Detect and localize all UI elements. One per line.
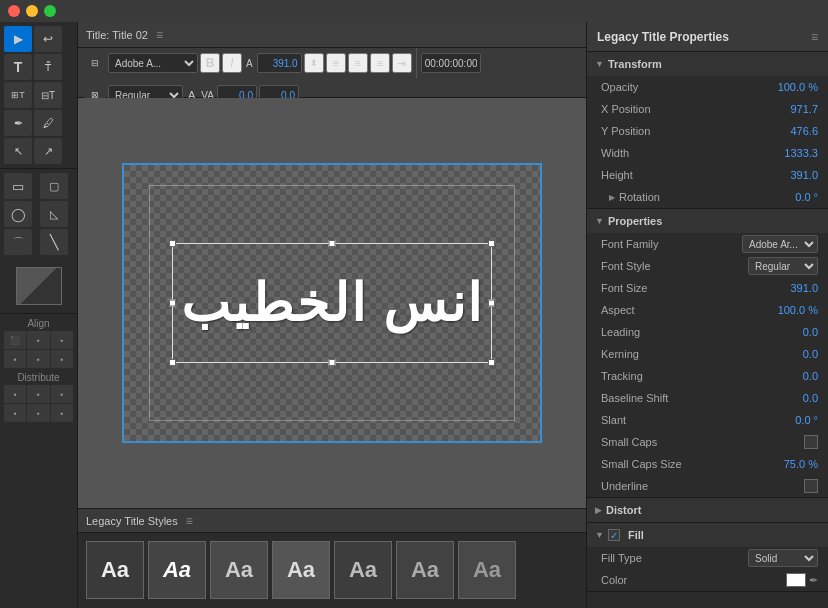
select-tool[interactable]: ▶: [4, 26, 32, 52]
distort-chevron: ▶: [595, 505, 602, 515]
font-size-input[interactable]: [257, 53, 302, 73]
path-tool[interactable]: ↗: [34, 138, 62, 164]
align-center[interactable]: ▪: [27, 331, 49, 349]
align-bottom[interactable]: ▪: [51, 350, 73, 368]
style-thumb-5[interactable]: Aa: [334, 541, 392, 599]
panel-title: Legacy Title Properties: [597, 30, 729, 44]
dist-3[interactable]: ▪: [51, 385, 73, 403]
slant-row: Slant 0.0 °: [587, 409, 828, 431]
style-thumb-6[interactable]: Aa: [396, 541, 454, 599]
small-caps-checkbox[interactable]: [804, 435, 818, 449]
text-align-icon[interactable]: ⊟: [84, 52, 106, 74]
rect-tool[interactable]: ▭: [4, 173, 32, 199]
fill-type-select[interactable]: Solid: [748, 549, 818, 567]
vertical-text-tool[interactable]: T̃: [34, 54, 62, 80]
style-thumb-4[interactable]: Aa: [272, 541, 330, 599]
eyedropper-icon[interactable]: ✒: [809, 574, 818, 587]
dist-2[interactable]: ▪: [27, 385, 49, 403]
handle-bl[interactable]: [169, 359, 176, 366]
font-style-select-r[interactable]: Regular: [748, 257, 818, 275]
handle-mr[interactable]: [488, 300, 495, 307]
section-properties-header[interactable]: ▼ Properties: [587, 209, 828, 233]
font-family-select[interactable]: Adobe A...: [108, 53, 198, 73]
timecode-input[interactable]: [421, 53, 481, 73]
fill-checkbox[interactable]: [608, 529, 620, 541]
dist-4[interactable]: ▪: [4, 404, 26, 422]
color-swatch[interactable]: [16, 267, 62, 305]
kerning-value[interactable]: 0.0: [758, 348, 818, 360]
font-size-value[interactable]: 391.0: [758, 282, 818, 294]
brush-tool[interactable]: 🖊: [34, 110, 62, 136]
height-value[interactable]: 391.0: [758, 169, 818, 181]
font-family-select-r[interactable]: Adobe Ar...: [742, 235, 818, 253]
style-thumb-3[interactable]: Aa: [210, 541, 268, 599]
font-size-label: Font Size: [601, 282, 758, 294]
handle-ml[interactable]: [169, 300, 176, 307]
rounded-rect-tool[interactable]: ▢: [40, 173, 68, 199]
align-left[interactable]: ⬛: [4, 331, 26, 349]
aspect-value[interactable]: 100.0 %: [758, 304, 818, 316]
ypos-value[interactable]: 476.6: [758, 125, 818, 137]
styles-menu-icon[interactable]: ≡: [186, 514, 193, 528]
dist-1[interactable]: ▪: [4, 385, 26, 403]
section-distort-header[interactable]: ▶ Distort: [587, 498, 828, 522]
align-center-btn[interactable]: ≡: [348, 53, 368, 73]
section-fill-header[interactable]: ▼ Fill: [587, 523, 828, 547]
underline-checkbox[interactable]: [804, 479, 818, 493]
opacity-value[interactable]: 100.0 %: [758, 81, 818, 93]
bold-button[interactable]: B: [200, 53, 220, 73]
arc-tool[interactable]: ⌒: [4, 229, 32, 255]
section-transform-header[interactable]: ▼ Transform: [587, 52, 828, 76]
rotation-expand[interactable]: ▶: [609, 193, 615, 202]
area-text-tool[interactable]: ⊞T: [4, 82, 32, 108]
tools-shapes: ▭ ▢ ◯ ◺ ⌒ ╲: [0, 169, 77, 259]
slant-value[interactable]: 0.0 °: [758, 414, 818, 426]
rotation-value[interactable]: 0.0 °: [758, 191, 818, 203]
rotation-row: ▶ Rotation 0.0 °: [587, 186, 828, 208]
style-thumb-1[interactable]: Aa: [86, 541, 144, 599]
align-right[interactable]: ▪: [51, 331, 73, 349]
width-value[interactable]: 1333.3: [758, 147, 818, 159]
width-row: Width 1333.3: [587, 142, 828, 164]
tools-top: ▶ ↩ T T̃ ⊞T ⊟T ✒ 🖊 ↖ ↗: [0, 22, 77, 169]
pen-tool[interactable]: ✒: [4, 110, 32, 136]
tool3[interactable]: ⊟T: [34, 82, 62, 108]
line-tool[interactable]: ╲: [40, 229, 68, 255]
dist-6[interactable]: ▪: [51, 404, 73, 422]
editor-header: Title: Title 02 ≡: [78, 22, 586, 48]
aspect-label: Aspect: [601, 304, 758, 316]
handle-tl[interactable]: [169, 240, 176, 247]
editor-menu-icon[interactable]: ≡: [156, 28, 163, 42]
handle-br[interactable]: [488, 359, 495, 366]
minimize-button[interactable]: [26, 5, 38, 17]
close-button[interactable]: [8, 5, 20, 17]
align-right-btn[interactable]: ≡: [370, 53, 390, 73]
undo-tool[interactable]: ↩: [34, 26, 62, 52]
align-top[interactable]: ▪: [4, 350, 26, 368]
fill-title: Fill: [628, 529, 644, 541]
move-tool[interactable]: ↖: [4, 138, 32, 164]
panel-menu-icon[interactable]: ≡: [811, 30, 818, 44]
italic-button[interactable]: I: [222, 53, 242, 73]
baseline-value[interactable]: 0.0: [758, 392, 818, 404]
ellipse-tool[interactable]: ◯: [4, 201, 32, 227]
dist-5[interactable]: ▪: [27, 404, 49, 422]
handle-tc[interactable]: [329, 240, 336, 247]
style-thumb-2[interactable]: Aa: [148, 541, 206, 599]
xpos-value[interactable]: 971.7: [758, 103, 818, 115]
maximize-button[interactable]: [44, 5, 56, 17]
leading-value[interactable]: 0.0: [758, 326, 818, 338]
opacity-row: Opacity 100.0 %: [587, 76, 828, 98]
align-middle[interactable]: ▪: [27, 350, 49, 368]
text-tool[interactable]: T: [4, 54, 32, 80]
fill-color-swatch[interactable]: [786, 573, 806, 587]
handle-tr[interactable]: [488, 240, 495, 247]
tab-icon[interactable]: ⇥: [392, 53, 412, 73]
tracking-value[interactable]: 0.0: [758, 370, 818, 382]
font-size-adjust[interactable]: ⬍: [304, 53, 324, 73]
wedge-tool[interactable]: ◺: [40, 201, 68, 227]
align-left-btn[interactable]: ≡: [326, 53, 346, 73]
small-caps-size-value[interactable]: 75.0 %: [758, 458, 818, 470]
style-thumb-7[interactable]: Aa: [458, 541, 516, 599]
handle-bc[interactable]: [329, 359, 336, 366]
